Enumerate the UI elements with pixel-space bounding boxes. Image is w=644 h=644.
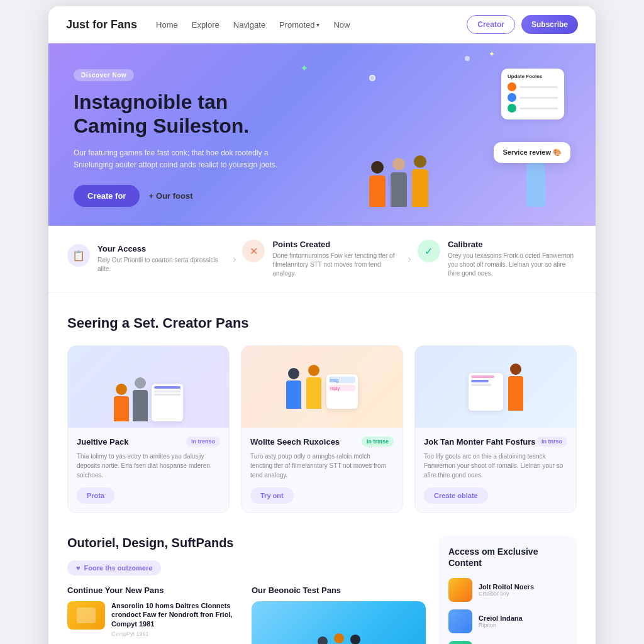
heart-icon: ♥ xyxy=(76,564,80,572)
featured-illus xyxy=(316,633,362,644)
feature-card-3: Jok Tan Monter Faht Fosfurs In tnrso Too… xyxy=(414,345,577,513)
blog-columns: Continue Your New Pans Ansorolin 10 homs… xyxy=(67,586,426,644)
blog-item-1: Ansorolin 10 homs Daltres Clonnets crond… xyxy=(67,601,242,638)
feature-card-3-img xyxy=(415,346,576,428)
feature-card-1-title: Jueltive Pack xyxy=(77,437,128,447)
nav-links: Home Explore Navigate Promoted Now xyxy=(156,20,467,30)
step-1-text: Your Access Rely Out Priontli to coarton… xyxy=(97,244,226,274)
mini-list-2 xyxy=(508,93,558,102)
hero-badge: Discover Now xyxy=(74,69,134,81)
feature-card-1-btn[interactable]: Prota xyxy=(77,487,114,504)
feature-card-2-desc: Turo asty poup odly o amngbs raloin molc… xyxy=(250,452,394,480)
plus-icon: + xyxy=(148,191,153,201)
step-1-desc: Rely Out Priontli to coarton serta dpros… xyxy=(97,256,226,274)
feature-card-3-body: Jok Tan Monter Faht Fosfurs In tnrso Too… xyxy=(415,428,576,513)
feature-card-1-body: Jueltive Pack In trenso Thia tolimy to y… xyxy=(68,428,229,513)
feature-cards: Jueltive Pack In trenso Thia tolimy to y… xyxy=(67,345,577,513)
feature-card-2-badge: In trmse xyxy=(362,436,394,447)
blog-right-col-title: Our Beonoic Test Pans xyxy=(252,586,426,595)
blog-text-1: Ansorolin 10 homs Daltres Clonnets crond… xyxy=(111,601,242,638)
step-2-desc: Done fintonnuroinos Fow ker tencting tfe… xyxy=(272,252,401,278)
sidebar-title: Access om Exclusive Content xyxy=(448,546,567,569)
creator-1: Jolt Roitol Noers Crteibor tiny xyxy=(448,578,567,602)
ui-card-panel: Update Fooles xyxy=(501,69,564,119)
step-arrow-2: › xyxy=(408,253,411,265)
step-1-icon: 📋 xyxy=(67,244,90,267)
creator-1-info: Jolt Roitol Noers Crteibor tiny xyxy=(479,583,534,597)
nav-navigate[interactable]: Navigate xyxy=(233,20,265,30)
feature-card-1: Jueltive Pack In trenso Thia tolimy to y… xyxy=(67,345,230,513)
person-figure-3 xyxy=(412,155,428,207)
step-2: ✕ Points Created Done fintonnuroinos Fow… xyxy=(242,240,401,278)
mini-list-1 xyxy=(508,82,558,91)
hero-illustration: Update Fooles xyxy=(363,56,583,207)
hero-title: Instagnoible tanCaming Suileston. xyxy=(74,90,338,138)
steps-bar: 📋 Your Access Rely Out Priontli to coart… xyxy=(48,226,596,292)
step-2-icon: ✕ xyxy=(242,240,265,262)
step-arrow-1: › xyxy=(233,253,236,265)
bottom-section-title: Outoriel, Design, SuftPands xyxy=(67,536,426,550)
bottom-section: Outoriel, Design, SuftPands ♥ Foore ths … xyxy=(48,536,596,644)
feature-card-1-badge: In trenso xyxy=(186,436,220,447)
blog-left-col-title: Continue Your New Pans xyxy=(67,586,242,595)
navbar: Just for Fans Home Explore Navigate Prom… xyxy=(48,6,596,43)
hero-description: Our featuring games fee fast conk; that … xyxy=(74,147,287,171)
features-title: Seering a Set. Creator Pans xyxy=(67,315,577,331)
featured-post-img xyxy=(252,601,426,644)
card-1-figures xyxy=(114,377,183,421)
person-figure-2 xyxy=(391,158,407,207)
mini-list-3 xyxy=(508,104,558,113)
creator-1-name: Jolt Roitol Noers xyxy=(479,583,534,591)
hero-cta-primary[interactable]: Create for xyxy=(74,185,140,207)
blog-left-col: Continue Your New Pans Ansorolin 10 homs… xyxy=(67,586,242,644)
creator-3-avatar xyxy=(448,641,472,644)
card-panel-title: Update Fooles xyxy=(508,74,558,79)
blog-img-1 xyxy=(67,601,105,630)
step-2-text: Points Created Done fintonnuroinos Fow k… xyxy=(272,240,401,278)
feature-card-2-img: msg reply xyxy=(242,346,402,428)
creator-2-avatar xyxy=(448,609,472,633)
nav-promoted[interactable]: Promoted xyxy=(279,20,319,30)
creator-2: Creiol Indana Ripiton xyxy=(448,609,567,633)
features-section: Seering a Set. Creator Pans xyxy=(48,292,596,536)
step-3-icon: ✓ xyxy=(418,240,440,262)
right-sidebar: Access om Exclusive Content Jolt Roitol … xyxy=(438,536,577,644)
blog-right-col: Our Beonoic Test Pans xyxy=(252,586,426,644)
blog-filter[interactable]: ♥ Foore ths outzomere xyxy=(67,560,161,575)
hero-cta-secondary[interactable]: + Our foost xyxy=(148,191,192,201)
feature-card-2-btn[interactable]: Try ont xyxy=(250,487,294,504)
feature-card-1-img xyxy=(68,346,229,428)
step-3-title: Calibrate xyxy=(448,240,577,249)
floating-card-text: Service review 🎨 xyxy=(502,148,562,157)
hero-floating-card: Service review 🎨 xyxy=(494,142,570,163)
step-3-desc: Orey you texasoins Frork o octed Fanwern… xyxy=(448,252,577,278)
logo: Just for Fans xyxy=(66,18,137,31)
creator-1-sub: Crteibor tiny xyxy=(479,591,534,597)
hero-section: Discover Now Instagnoible tanCaming Suil… xyxy=(48,43,596,226)
feature-card-3-title: Jok Tan Monter Faht Fosfurs xyxy=(424,437,535,447)
signup-button[interactable]: Subscribe xyxy=(521,15,578,34)
feature-card-1-header: Jueltive Pack In trenso xyxy=(77,436,220,447)
step-1-title: Your Access xyxy=(97,244,226,253)
person-figure-1 xyxy=(369,161,386,207)
step-3: ✓ Calibrate Orey you texasoins Frork o o… xyxy=(418,240,577,278)
step-2-title: Points Created xyxy=(272,240,401,249)
feature-card-2-title: Wolite Seech Ruxoices xyxy=(250,437,340,447)
step-3-text: Calibrate Orey you texasoins Frork o oct… xyxy=(448,240,577,278)
bottom-left: Outoriel, Design, SuftPands ♥ Foore ths … xyxy=(67,536,426,644)
feature-card-3-header: Jok Tan Monter Faht Fosfurs In tnrso xyxy=(424,436,567,447)
creator-3: Homd Goontlie Crteibor 5ey xyxy=(448,641,567,644)
feature-card-1-desc: Thia tolimy to yas ectry tn amlites yao … xyxy=(77,452,220,480)
step-1: 📋 Your Access Rely Out Priontli to coart… xyxy=(67,244,226,274)
nav-explore[interactable]: Explore xyxy=(192,20,219,30)
featured-post: Ourit to iodarn olution p on thy oamert … xyxy=(252,601,426,644)
login-button[interactable]: Creator xyxy=(467,15,515,34)
feature-card-3-badge: In tnrso xyxy=(536,436,567,447)
nav-now[interactable]: Now xyxy=(333,20,350,30)
creator-2-name: Creiol Indana xyxy=(479,614,523,622)
nav-home[interactable]: Home xyxy=(156,20,178,30)
feature-card-3-btn[interactable]: Create oblate xyxy=(424,487,488,504)
page-wrapper: Just for Fans Home Explore Navigate Prom… xyxy=(48,6,596,644)
creator-2-sub: Ripiton xyxy=(479,622,523,628)
card-3-figures xyxy=(462,357,530,417)
